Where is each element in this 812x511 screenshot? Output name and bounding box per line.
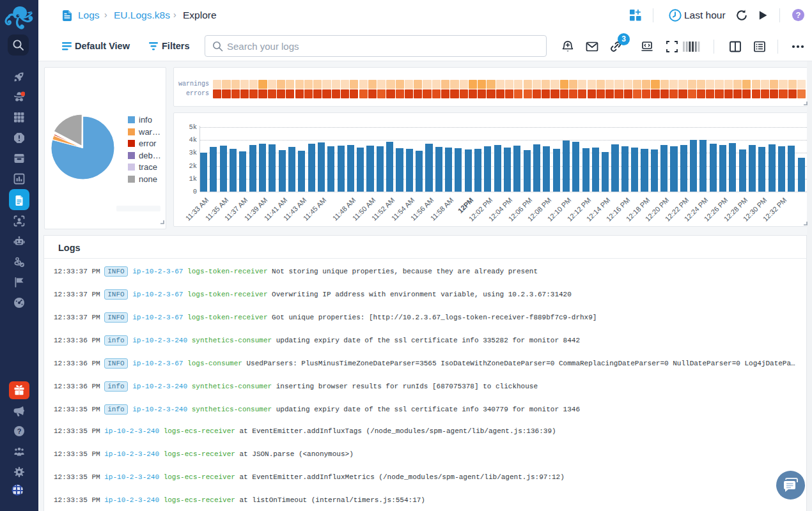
svg-text:?: ? [17, 427, 22, 435]
